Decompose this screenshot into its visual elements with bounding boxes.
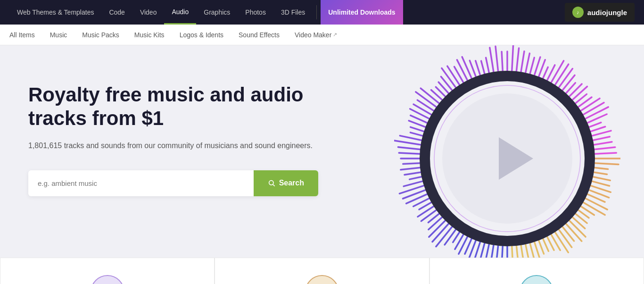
svg-line-12 (551, 61, 564, 83)
svg-line-94 (398, 147, 421, 150)
external-link-icon: ↗ (333, 32, 337, 38)
svg-line-93 (399, 153, 420, 154)
categories-row (0, 258, 644, 284)
svg-line-21 (580, 99, 600, 111)
svg-line-18 (572, 86, 587, 100)
svg-line-23 (585, 107, 608, 119)
svg-line-30 (594, 147, 615, 150)
svg-line-110 (442, 68, 456, 88)
svg-line-36 (593, 177, 610, 181)
svg-line-50 (559, 229, 572, 248)
nav-web-themes[interactable]: Web Themes & Templates (9, 0, 101, 25)
svg-line-10 (543, 67, 548, 79)
svg-line-116 (476, 61, 480, 75)
svg-line-27 (592, 131, 611, 136)
svg-line-4 (516, 48, 519, 72)
unlimited-downloads-link[interactable]: Unlimited Downloads (321, 0, 403, 25)
subnav-music-kits[interactable]: Music Kits (127, 25, 172, 45)
category-music[interactable] (0, 258, 215, 284)
svg-line-14 (559, 69, 573, 88)
subnav-music[interactable]: Music (42, 25, 75, 45)
subnav-all-items[interactable]: All Items (9, 25, 42, 45)
svg-line-17 (569, 84, 582, 97)
svg-line-97 (411, 133, 423, 136)
svg-line-28 (593, 137, 610, 141)
nav-audio[interactable]: Audio (164, 0, 196, 25)
svg-line-7 (530, 58, 534, 74)
subnav-music-packs[interactable]: Music Packs (74, 25, 127, 45)
svg-line-5 (521, 51, 524, 73)
hero-section: Royalty free music and audio tracks from… (0, 45, 644, 258)
svg-line-95 (395, 141, 421, 145)
svg-line-87 (404, 181, 423, 186)
category-kits[interactable] (429, 258, 644, 284)
svg-line-13 (555, 64, 569, 85)
audiojungle-logo[interactable]: ♪ audiojungle (565, 3, 635, 22)
subnav-sound-effects[interactable]: Sound Effects (231, 25, 287, 45)
svg-line-22 (583, 103, 604, 115)
svg-line-26 (590, 127, 605, 132)
svg-line-59 (521, 245, 524, 258)
svg-line-121 (502, 51, 503, 71)
sub-nav: All Items Music Music Packs Music Kits L… (0, 25, 644, 45)
nav-3d-files[interactable]: 3D Files (273, 0, 313, 25)
svg-line-117 (481, 61, 485, 74)
svg-line-109 (441, 76, 452, 91)
nav-photos[interactable]: Photos (238, 0, 273, 25)
svg-line-3 (512, 45, 513, 71)
svg-line-119 (490, 48, 494, 72)
svg-line-15 (562, 75, 575, 91)
search-button[interactable]: Search (254, 170, 318, 196)
svg-line-111 (447, 66, 460, 85)
svg-line-63 (502, 246, 503, 258)
svg-line-34 (594, 167, 608, 169)
svg-line-101 (410, 109, 430, 119)
svg-line-77 (429, 220, 446, 237)
svg-line-54 (543, 238, 548, 251)
nav-code[interactable]: Code (101, 0, 132, 25)
svg-line-49 (562, 226, 574, 241)
search-bar: Search (28, 170, 318, 196)
svg-line-31 (594, 153, 617, 154)
svg-line-78 (429, 217, 443, 230)
search-input[interactable] (28, 170, 254, 196)
hero-content: Royalty free music and audio tracks from… (28, 74, 335, 196)
svg-line-81 (418, 206, 434, 217)
subnav-video-maker[interactable]: Video Maker ↗ (287, 25, 345, 45)
svg-line-41 (585, 198, 607, 209)
svg-line-90 (401, 167, 421, 170)
brand-name: audiojungle (587, 8, 627, 17)
svg-line-89 (405, 172, 421, 175)
svg-line-37 (592, 181, 610, 186)
svg-line-113 (457, 60, 468, 81)
svg-line-60 (516, 245, 519, 258)
svg-line-6 (526, 53, 530, 73)
audio-visualization (394, 45, 620, 258)
svg-line-51 (555, 232, 569, 252)
svg-line-61 (512, 246, 513, 258)
kits-category-icon (520, 275, 553, 284)
svg-line-88 (410, 177, 422, 180)
music-category-icon (91, 275, 124, 284)
viz-container (394, 45, 620, 258)
svg-line-1 (273, 184, 275, 186)
hero-subtitle: 1,801,615 tracks and sounds from our com… (28, 140, 335, 151)
svg-line-47 (569, 220, 586, 237)
svg-line-91 (403, 163, 421, 164)
svg-line-65 (490, 245, 494, 258)
subnav-logos-idents[interactable]: Logos & Idents (172, 25, 231, 45)
sfx-category-icon (305, 275, 339, 284)
category-sfx[interactable] (215, 258, 429, 284)
svg-line-35 (594, 172, 607, 175)
svg-line-118 (486, 58, 489, 73)
top-nav: Web Themes & Templates Code Video Audio … (0, 0, 644, 25)
svg-line-103 (417, 100, 434, 111)
svg-line-42 (583, 202, 605, 215)
svg-line-74 (445, 229, 456, 245)
nav-graphics[interactable]: Graphics (196, 0, 238, 25)
nav-video[interactable]: Video (132, 0, 165, 25)
svg-point-0 (269, 181, 273, 185)
svg-line-25 (589, 123, 601, 127)
svg-line-98 (411, 127, 425, 132)
hero-visual (371, 45, 644, 258)
